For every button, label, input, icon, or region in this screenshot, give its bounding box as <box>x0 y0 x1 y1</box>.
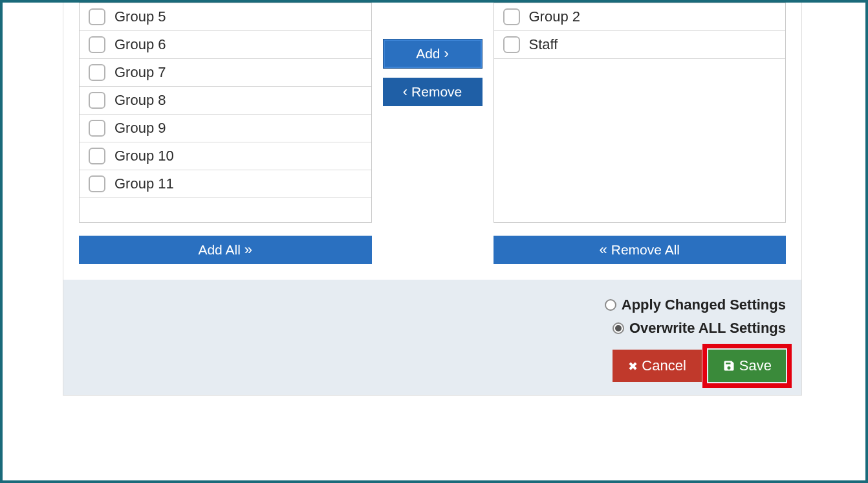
double-chevron-right-icon <box>244 243 252 257</box>
checkbox[interactable] <box>89 36 105 53</box>
available-listbox[interactable]: Group 5Group 6Group 7Group 8Group 9Group… <box>80 3 371 222</box>
list-item-label: Staff <box>529 36 558 53</box>
list-item[interactable]: Group 5 <box>80 3 371 31</box>
add-label: Add <box>416 46 440 62</box>
available-listbox-container: Group 5Group 6Group 7Group 8Group 9Group… <box>79 3 372 223</box>
list-item[interactable]: Group 9 <box>80 115 371 142</box>
remove-label: Remove <box>411 84 462 100</box>
checkbox[interactable] <box>89 148 105 164</box>
list-item[interactable]: Group 7 <box>80 59 371 87</box>
selected-listbox[interactable]: Group 2Staff <box>494 3 786 222</box>
checkbox[interactable] <box>89 175 105 192</box>
save-button[interactable]: Save <box>708 350 786 382</box>
footer-bar: Apply Changed Settings Overwrite ALL Set… <box>63 280 801 395</box>
radio-icon <box>613 322 624 334</box>
selected-listbox-container: Group 2Staff <box>494 3 787 223</box>
apply-changed-label: Apply Changed Settings <box>622 297 786 313</box>
available-column: Group 5Group 6Group 7Group 8Group 9Group… <box>79 3 372 264</box>
remove-all-label: Remove All <box>611 242 680 258</box>
chevron-right-icon <box>444 47 449 61</box>
list-item[interactable]: Group 8 <box>80 87 371 115</box>
cancel-button[interactable]: Cancel <box>613 350 701 382</box>
apply-changed-settings-radio[interactable]: Apply Changed Settings <box>605 297 786 313</box>
list-item[interactable]: Group 10 <box>80 142 371 170</box>
cancel-label: Cancel <box>642 357 686 374</box>
add-button[interactable]: Add <box>383 39 483 69</box>
list-item-label: Group 5 <box>114 8 166 25</box>
remove-button[interactable]: Remove <box>383 78 483 106</box>
close-icon <box>628 359 638 373</box>
transfer-controls: Add Remove <box>372 3 494 264</box>
list-item[interactable]: Staff <box>494 31 786 59</box>
list-item-label: Group 11 <box>114 175 174 192</box>
checkbox[interactable] <box>89 64 105 81</box>
remove-all-button[interactable]: Remove All <box>494 236 787 264</box>
list-item-label: Group 7 <box>114 64 166 81</box>
add-all-button[interactable]: Add All <box>79 236 372 264</box>
main-panel: Group 5Group 6Group 7Group 8Group 9Group… <box>63 3 802 396</box>
save-label: Save <box>739 357 772 374</box>
list-item-label: Group 8 <box>114 92 166 109</box>
action-row: Cancel Save <box>613 350 786 382</box>
checkbox[interactable] <box>503 8 520 25</box>
checkbox[interactable] <box>89 120 105 137</box>
list-item-label: Group 6 <box>114 36 166 53</box>
checkbox[interactable] <box>89 8 105 25</box>
chevron-left-icon <box>403 85 407 99</box>
overwrite-all-settings-radio[interactable]: Overwrite ALL Settings <box>613 320 786 337</box>
checkbox[interactable] <box>89 92 105 109</box>
overwrite-all-label: Overwrite ALL Settings <box>629 320 786 337</box>
add-all-label: Add All <box>198 242 240 258</box>
checkbox[interactable] <box>503 36 520 53</box>
list-item-label: Group 2 <box>529 8 581 25</box>
list-item[interactable]: Group 6 <box>80 31 371 59</box>
list-item[interactable]: Group 11 <box>80 170 371 198</box>
selected-column: Group 2Staff Remove All <box>494 3 787 264</box>
save-icon <box>722 359 735 372</box>
group-transfer-section: Group 5Group 6Group 7Group 8Group 9Group… <box>63 3 801 280</box>
list-item-label: Group 10 <box>114 148 174 164</box>
radio-icon <box>605 299 616 311</box>
list-item-label: Group 9 <box>114 120 166 137</box>
double-chevron-left-icon <box>600 243 607 257</box>
list-item[interactable]: Group 2 <box>494 3 786 31</box>
